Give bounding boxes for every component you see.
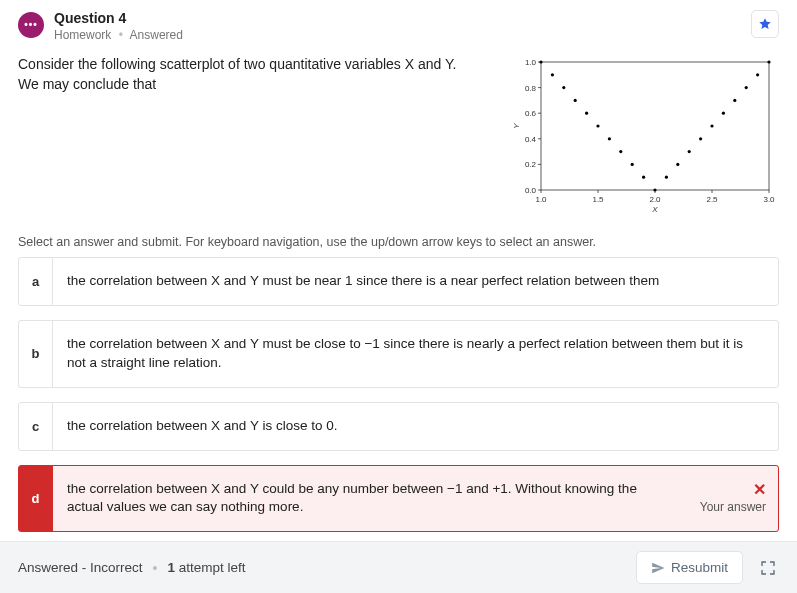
svg-text:2.0: 2.0 [649, 195, 661, 204]
svg-point-31 [608, 137, 611, 140]
svg-point-45 [767, 60, 770, 63]
svg-text:0.6: 0.6 [525, 109, 537, 118]
your-answer-label: Your answer [700, 500, 766, 514]
option-letter: a [19, 258, 53, 305]
svg-point-34 [642, 176, 645, 179]
svg-point-32 [619, 150, 622, 153]
svg-text:Y: Y [512, 123, 521, 129]
option-text: the correlation between X and Y could be… [53, 466, 678, 532]
option-text: the correlation between X and Y must be … [53, 321, 778, 387]
footer-bar: Answered - Incorrect • 1 attempt left Re… [0, 541, 797, 593]
prompt-line-1: Consider the following scatterplot of tw… [18, 56, 456, 72]
svg-text:1.0: 1.0 [535, 195, 547, 204]
svg-text:0.0: 0.0 [525, 186, 537, 195]
question-title: Question 4 [54, 10, 741, 26]
svg-point-40 [710, 124, 713, 127]
resubmit-button[interactable]: Resubmit [636, 551, 743, 584]
svg-point-25 [539, 60, 542, 63]
option-a[interactable]: a the correlation between X and Y must b… [18, 257, 779, 306]
scatterplot-svg: 1.01.52.02.53.00.00.20.40.60.81.0XY [509, 54, 779, 214]
answer-status: Answered - Incorrect [18, 560, 143, 575]
answer-options: a the correlation between X and Y must b… [0, 257, 797, 532]
svg-rect-0 [541, 62, 769, 190]
svg-text:3.0: 3.0 [763, 195, 775, 204]
paper-plane-icon [651, 561, 665, 575]
option-letter: b [19, 321, 53, 387]
option-text: the correlation between X and Y must be … [53, 258, 778, 305]
svg-text:0.8: 0.8 [525, 84, 537, 93]
question-status: Answered [130, 28, 183, 42]
option-d[interactable]: d the correlation between X and Y could … [18, 465, 779, 533]
svg-point-38 [688, 150, 691, 153]
svg-text:0.2: 0.2 [525, 160, 537, 169]
incorrect-x-icon: ✕ [753, 482, 766, 498]
svg-text:0.4: 0.4 [525, 135, 537, 144]
option-letter: c [19, 403, 53, 450]
option-text: the correlation between X and Y is close… [53, 403, 778, 450]
svg-text:1.0: 1.0 [525, 58, 537, 67]
svg-point-36 [665, 176, 668, 179]
dot-separator: • [153, 560, 158, 576]
svg-text:2.5: 2.5 [706, 195, 718, 204]
attempts-left: 1 attempt left [167, 560, 245, 575]
svg-text:1.5: 1.5 [592, 195, 604, 204]
attempts-number: 1 [167, 560, 175, 575]
option-letter: d [19, 466, 53, 532]
scatterplot-figure: 1.01.52.02.53.00.00.20.40.60.81.0XY [509, 54, 779, 217]
question-body: Consider the following scatterplot of tw… [0, 48, 797, 221]
option-c[interactable]: c the correlation between X and Y is clo… [18, 402, 779, 451]
chat-bubble-icon: ••• [18, 12, 44, 38]
svg-point-29 [585, 112, 588, 115]
star-button[interactable] [751, 10, 779, 38]
svg-point-33 [631, 163, 634, 166]
attempts-suffix: attempt left [175, 560, 246, 575]
dot-separator: • [119, 28, 123, 42]
svg-point-43 [745, 86, 748, 89]
svg-point-42 [733, 99, 736, 102]
svg-point-35 [653, 188, 656, 191]
fullscreen-button[interactable] [757, 557, 779, 579]
fullscreen-icon [760, 560, 776, 576]
svg-point-39 [699, 137, 702, 140]
svg-point-37 [676, 163, 679, 166]
prompt-line-2: We may conclude that [18, 76, 156, 92]
svg-point-30 [596, 124, 599, 127]
star-icon [758, 17, 772, 31]
svg-point-27 [562, 86, 565, 89]
svg-point-28 [574, 99, 577, 102]
question-subtitle: Homework • Answered [54, 28, 741, 42]
question-type: Homework [54, 28, 111, 42]
svg-point-41 [722, 112, 725, 115]
resubmit-label: Resubmit [671, 560, 728, 575]
question-header: ••• Question 4 Homework • Answered [0, 0, 797, 48]
answer-instruction: Select an answer and submit. For keyboar… [0, 221, 797, 257]
svg-point-26 [551, 73, 554, 76]
svg-point-44 [756, 73, 759, 76]
question-prompt: Consider the following scatterplot of tw… [18, 54, 489, 217]
svg-text:X: X [651, 205, 658, 214]
option-b[interactable]: b the correlation between X and Y must b… [18, 320, 779, 388]
title-block: Question 4 Homework • Answered [54, 10, 741, 42]
selected-feedback: ✕ Your answer [678, 466, 778, 532]
